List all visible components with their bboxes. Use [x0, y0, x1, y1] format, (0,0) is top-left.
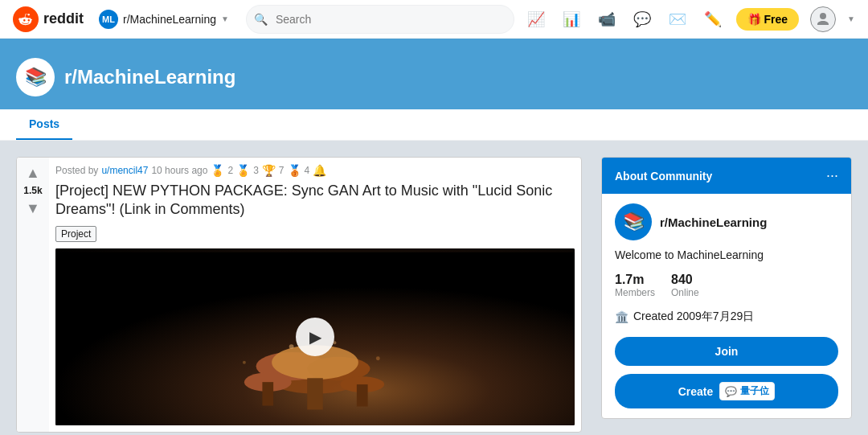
- post-media[interactable]: ▶: [55, 248, 575, 425]
- reddit-logo[interactable]: reddit: [13, 6, 84, 32]
- post-title[interactable]: [Project] NEW PYTHON PACKAGE: Sync GAN A…: [55, 182, 575, 220]
- sidebar: About Community ··· 📚 r/MachineLearning …: [601, 157, 852, 433]
- navbar-left: reddit ML r/MachineLearning ▼: [13, 6, 236, 33]
- members-value: 1.7m: [615, 273, 655, 287]
- online-value: 840: [671, 273, 699, 287]
- subreddit-header: 📚 r/MachineLearning: [0, 39, 868, 109]
- vote-column: ▲ 1.5k ▼: [17, 158, 49, 432]
- award-1: 🏅: [211, 164, 224, 177]
- search-icon: 🔍: [254, 13, 268, 26]
- join-button[interactable]: Join: [615, 337, 838, 366]
- community-avatar: 📚: [615, 203, 652, 240]
- about-header: About Community ···: [602, 158, 851, 194]
- watermark-badge: 💬 量子位: [719, 382, 775, 400]
- video-icon[interactable]: 📹: [595, 7, 619, 31]
- watermark-text: 量子位: [740, 384, 769, 398]
- post-feed: ▲ 1.5k ▼ Posted by u/mencil47 10 hours a…: [16, 157, 582, 433]
- award-5: 🔔: [313, 164, 326, 177]
- stats-icon[interactable]: 📊: [559, 7, 583, 31]
- search-input[interactable]: [246, 5, 514, 34]
- play-button[interactable]: ▶: [296, 318, 334, 356]
- community-description: Welcome to MachineLearning: [615, 248, 838, 261]
- svg-rect-10: [357, 384, 368, 406]
- create-button[interactable]: Create 💬 量子位: [615, 374, 838, 408]
- search-bar: 🔍: [246, 5, 514, 34]
- wechat-icon: 💬: [725, 386, 737, 397]
- reddit-icon: [13, 6, 39, 32]
- members-label: Members: [615, 287, 655, 298]
- subreddit-selector[interactable]: ML r/MachineLearning ▼: [92, 6, 236, 33]
- vote-count: 1.5k: [23, 185, 42, 196]
- members-stat: 1.7m Members: [615, 273, 655, 298]
- tab-bar: Posts: [0, 109, 868, 141]
- mail-icon[interactable]: ✉️: [665, 7, 690, 31]
- svg-rect-8: [262, 382, 273, 405]
- post-time: 10 hours ago: [151, 165, 207, 176]
- subreddit-name: r/MachineLearning: [123, 13, 216, 26]
- chevron-down-icon: ▼: [221, 14, 229, 23]
- create-label: Create: [678, 385, 714, 398]
- svg-point-11: [289, 344, 294, 349]
- navbar: reddit ML r/MachineLearning ▼ 🔍 📈 📊 📹 💬 …: [0, 0, 868, 39]
- post-author[interactable]: u/mencil47: [101, 165, 148, 176]
- about-body: 📚 r/MachineLearning Welcome to MachineLe…: [602, 194, 851, 418]
- post-meta: Posted by u/mencil47 10 hours ago 🏅 2 🏅 …: [55, 164, 575, 177]
- award-4: 🥉: [288, 164, 301, 177]
- user-avatar[interactable]: [810, 6, 836, 32]
- downvote-button[interactable]: ▼: [24, 199, 42, 217]
- award-count-1: 2: [227, 165, 233, 176]
- award-2: 🏅: [236, 164, 250, 177]
- free-label: Free: [764, 13, 788, 26]
- calendar-icon: 🏛️: [615, 310, 628, 323]
- award-3: 🏆: [262, 164, 276, 177]
- posted-by-label: Posted by: [55, 165, 98, 176]
- online-stat: 840 Online: [671, 273, 699, 298]
- svg-point-13: [243, 361, 246, 364]
- navbar-right: 📈 📊 📹 💬 ✉️ ✏️ 🎁 Free ▼: [524, 6, 855, 32]
- svg-rect-6: [307, 378, 323, 409]
- user-menu-chevron[interactable]: ▼: [847, 14, 855, 23]
- post-content: Posted by u/mencil47 10 hours ago 🏅 2 🏅 …: [49, 158, 581, 432]
- online-label: Online: [671, 287, 699, 298]
- created-date: Created 2009年7月29日: [633, 310, 754, 324]
- edit-icon[interactable]: ✏️: [701, 7, 725, 31]
- tab-posts[interactable]: Posts: [16, 109, 72, 140]
- post-flair[interactable]: Project: [55, 226, 96, 242]
- about-community-widget: About Community ··· 📚 r/MachineLearning …: [601, 157, 852, 419]
- more-options-icon[interactable]: ···: [826, 167, 838, 184]
- post-card: ▲ 1.5k ▼ Posted by u/mencil47 10 hours a…: [16, 157, 582, 433]
- about-header-title: About Community: [615, 170, 712, 183]
- subreddit-header-icon: 📚: [16, 58, 55, 96]
- upvote-button[interactable]: ▲: [24, 164, 42, 182]
- community-name: r/MachineLearning: [660, 215, 767, 229]
- main-content: ▲ 1.5k ▼ Posted by u/mencil47 10 hours a…: [0, 141, 868, 435]
- chat-icon[interactable]: 💬: [630, 7, 654, 31]
- subreddit-header-title: r/MachineLearning: [64, 66, 235, 88]
- community-identity: 📚 r/MachineLearning: [615, 203, 838, 240]
- created-row: 🏛️ Created 2009年7月29日: [615, 310, 838, 324]
- award-count-3: 7: [279, 165, 285, 176]
- subreddit-icon: ML: [99, 10, 118, 29]
- reddit-wordmark: reddit: [43, 10, 84, 27]
- stats-row: 1.7m Members 840 Online: [615, 273, 838, 298]
- free-button[interactable]: 🎁 Free: [736, 8, 800, 31]
- trending-icon[interactable]: 📈: [524, 7, 548, 31]
- award-count-4: 4: [305, 165, 310, 176]
- gift-icon: 🎁: [747, 13, 761, 26]
- svg-point-14: [376, 356, 380, 360]
- award-count-2: 3: [253, 165, 259, 176]
